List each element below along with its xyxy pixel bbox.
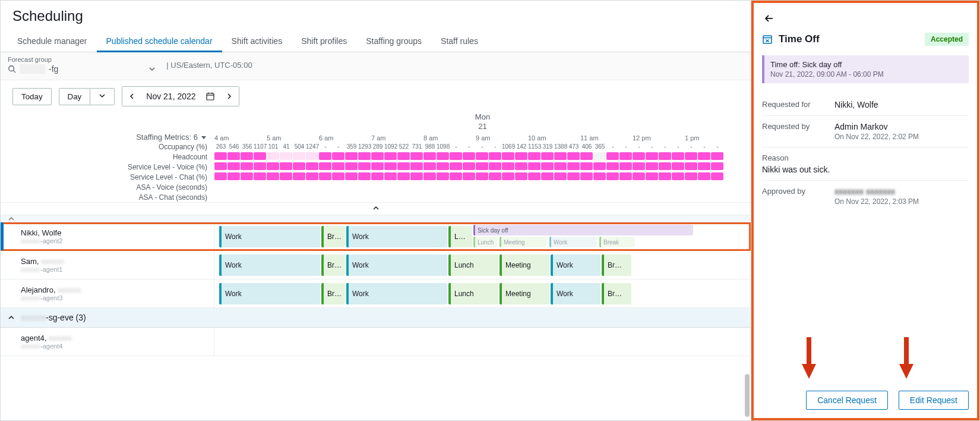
occupancy-values: 2635463561107101415041247--3591293289109… (214, 143, 751, 150)
chevron-down-icon (99, 92, 106, 99)
scrollbar-thumb[interactable] (745, 374, 750, 417)
metric-occupancy: Occupancy (%) (1, 143, 214, 151)
agent-login: xxxxxx-agent1 (21, 266, 207, 273)
shift-break[interactable]: Br… (602, 283, 631, 304)
search-icon (8, 65, 16, 73)
staffing-group-row[interactable] (1, 215, 751, 222)
panel-title: Time Off (779, 33, 820, 45)
chevron-left-icon (128, 93, 135, 100)
time-axis: 4 am5 am6 am7 am8 am9 am10 am11 am12 pm1… (214, 131, 751, 142)
approved-by-value: xxxxxxx xxxxxxx (834, 187, 969, 196)
agent-name: Alejandro, xxxxxx (21, 285, 207, 294)
shift-work[interactable]: Work (551, 283, 600, 304)
view-select[interactable]: Day (59, 88, 91, 105)
shift-work[interactable]: Work (219, 226, 320, 247)
forecast-group-select[interactable]: xxxxx-fg (8, 64, 156, 74)
agent-row-sam[interactable]: Sam, xxxxxx xxxxxx-agent1 Work Br… Work … (1, 251, 751, 279)
approved-by-meta: On Nov 22, 2022, 2:03 PM (834, 197, 969, 206)
staffing-group-row[interactable]: xxxxxx-sg-eve (3) (1, 308, 751, 328)
agent-track[interactable]: Work Br… Work L… Sick day off Lunch Meet… (214, 222, 751, 250)
next-day-button[interactable] (220, 87, 239, 106)
shift-break[interactable]: Br… (602, 255, 631, 276)
day-label: Mon 21 (214, 112, 751, 131)
sl-voice-heatmap (214, 162, 751, 171)
agent-login: xxxxxx-agent4 (21, 343, 207, 350)
approved-by-label: Approved by (762, 187, 827, 206)
svg-rect-10 (763, 36, 772, 43)
shift-lunch[interactable]: L… (448, 226, 472, 247)
reason-label: Reason (762, 153, 969, 162)
agent-row-alejandro[interactable]: Alejandro, xxxxxx xxxxxx-agent3 Work Br…… (1, 279, 751, 308)
svg-line-1 (14, 71, 16, 73)
metric-sl-chat: Service Level - Chat (%) (1, 173, 214, 181)
shift-break[interactable]: Br… (321, 283, 345, 304)
shift-work[interactable]: Work (551, 255, 600, 276)
agent-name: agent4, xxxxxx (21, 334, 207, 343)
time-off-panel: Time Off Accepted Time off: Sick day off… (751, 1, 979, 420)
calendar-icon (206, 92, 215, 101)
date-text: Nov 21, 2022 (141, 92, 200, 101)
headcount-heatmap (214, 152, 751, 161)
today-button[interactable]: Today (12, 88, 52, 105)
reason-value: Nikki was out sick. (762, 165, 969, 174)
shift-work[interactable]: Work (219, 255, 320, 276)
tab-staffing-groups[interactable]: Staffing groups (356, 29, 431, 52)
requested-by-label: Requested by (762, 122, 827, 141)
staffing-metrics-toggle[interactable]: Staffing Metrics: 6 (136, 133, 207, 142)
requested-for-label: Requested for (762, 100, 827, 109)
page-title: Scheduling (12, 8, 739, 24)
cancel-request-button[interactable]: Cancel Request (806, 391, 888, 410)
tab-shift-profiles[interactable]: Shift profiles (292, 29, 356, 52)
shift-work[interactable]: Work (346, 283, 447, 304)
agent-row-agent4[interactable]: agent4, xxxxxx xxxxxx-agent4 (1, 328, 751, 356)
agent-login: xxxxxx-agent3 (21, 294, 207, 301)
back-button[interactable] (762, 11, 776, 26)
agent-row-nikki[interactable]: Nikki, Wolfe xxxxxx-agent2 Work Br… Work… (1, 222, 751, 251)
svg-marker-6 (201, 136, 206, 139)
date-picker[interactable]: Nov 21, 2022 (122, 86, 239, 106)
metric-headcount: Headcount (1, 153, 214, 161)
asa-chat-heatmap (214, 193, 751, 202)
shift-lunch[interactable]: Lunch (448, 255, 498, 276)
tabs: Schedule manager Published schedule cale… (1, 29, 751, 52)
shift-lunch[interactable]: Lunch (448, 283, 498, 304)
requested-by-value: Admin Markov (834, 122, 969, 131)
shift-work[interactable]: Work (219, 283, 320, 304)
shift-work[interactable]: Work (346, 226, 447, 247)
agent-track[interactable] (214, 328, 751, 356)
chevron-up-icon (8, 314, 15, 321)
shift-break[interactable]: Br… (321, 226, 345, 247)
view-select-caret[interactable] (90, 88, 115, 105)
shift-work[interactable]: Work (346, 255, 447, 276)
calendar-x-icon (762, 34, 773, 45)
metric-asa-voice: ASA - Voice (seconds) (1, 183, 214, 191)
shift-meeting[interactable]: Meeting (500, 283, 549, 304)
tab-schedule-manager[interactable]: Schedule manager (8, 29, 97, 52)
chevron-up-icon (372, 205, 380, 212)
tab-shift-activities[interactable]: Shift activities (222, 29, 292, 52)
sl-chat-heatmap (214, 172, 751, 181)
overlay-break: Break (599, 237, 635, 247)
tab-published-calendar[interactable]: Published schedule calendar (97, 29, 222, 52)
time-off-summary: Time off: Sick day off Nov 21, 2022, 09:… (762, 55, 969, 83)
agent-track[interactable]: Work Br… Work Lunch Meeting Work Br… (214, 279, 751, 307)
group-name: xxxxxx-sg-eve (3) (21, 313, 86, 322)
prev-day-button[interactable] (122, 87, 141, 106)
collapse-metrics[interactable] (1, 202, 751, 215)
chevron-right-icon (226, 93, 233, 100)
agent-name: Sam, xxxxxx (21, 257, 207, 266)
shift-break[interactable]: Br… (321, 255, 345, 276)
requested-by-meta: On Nov 22, 2022, 2:02 PM (834, 133, 969, 141)
asa-voice-heatmap (214, 183, 751, 191)
agent-track[interactable]: Work Br… Work Lunch Meeting Work Br… (214, 251, 751, 279)
overlay-lunch: Lunch (473, 237, 497, 247)
edit-request-button[interactable]: Edit Request (899, 391, 969, 410)
metric-asa-chat: ASA - Chat (seconds) (1, 193, 214, 202)
caret-down-icon (200, 134, 207, 141)
svg-point-0 (9, 66, 14, 71)
tab-staff-rules[interactable]: Staff rules (431, 29, 488, 52)
overlay-meeting: Meeting (500, 237, 547, 247)
shift-meeting[interactable]: Meeting (500, 255, 549, 276)
svg-rect-2 (207, 93, 214, 100)
overlay-sick[interactable]: Sick day off (473, 225, 693, 235)
